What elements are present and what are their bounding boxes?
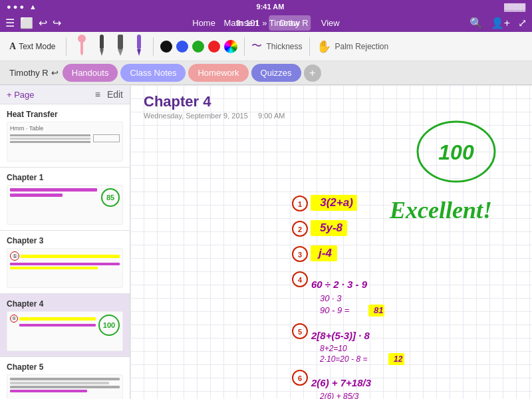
svg-text:12: 12 <box>394 354 403 364</box>
svg-rect-36 <box>388 353 404 365</box>
svg-rect-7 <box>137 35 141 49</box>
svg-rect-1 <box>80 41 83 53</box>
page-preview-heat: Hmm · Table <box>7 122 123 162</box>
user-name: Timothy R <box>9 68 49 78</box>
text-mode-section: A Text Mode <box>5 39 59 55</box>
search-button[interactable]: 🔍 <box>469 17 483 29</box>
svg-text:6: 6 <box>298 374 302 382</box>
page-title-chapter4: Chapter 4 <box>7 299 123 309</box>
title-bar: ☰ ⬜ ↩ ↪ Math 101 » Timothy R Home Insert… <box>0 13 532 32</box>
svg-text:2(6) + 85/3: 2(6) + 85/3 <box>319 392 359 399</box>
add-page-button[interactable]: + Page <box>7 90 35 100</box>
fullscreen-button[interactable]: ⤢ <box>518 17 527 29</box>
svg-marker-8 <box>137 49 141 56</box>
date-text: Wednesday, September 9, 2015 <box>144 112 248 120</box>
svg-text:1: 1 <box>298 200 302 208</box>
page-title-chapter3: Chapter 3 <box>7 236 123 245</box>
dark-pen-2[interactable] <box>113 33 128 60</box>
page-item-chapter5[interactable]: Chapter 5 <box>0 357 130 399</box>
tab-draw[interactable]: Draw <box>269 15 310 31</box>
thickness-label: Thickness <box>266 42 302 51</box>
redo-button[interactable]: ↪ <box>53 17 61 29</box>
canvas-area[interactable]: Chapter 4 Wednesday, September 9, 2015 9… <box>130 85 532 399</box>
color-black[interactable] <box>160 41 172 53</box>
sidebar-pages: Heat Transfer Hmm · Table <box>0 104 130 399</box>
page-item-chapter1[interactable]: Chapter 1 85 <box>0 168 130 231</box>
sidebar-toggle-button[interactable]: ☰ <box>5 17 15 29</box>
nav-right: 🔍 👤+ ⤢ <box>469 17 527 29</box>
svg-point-20 <box>293 247 307 261</box>
status-bar: ● ● ● ▲ 9:41 AM ▓▓▓▓ <box>0 0 532 13</box>
page-item-chapter4[interactable]: Chapter 4 ① 100 <box>0 294 130 357</box>
color-picker[interactable] <box>224 40 237 53</box>
canvas-date: Wednesday, September 9, 2015 9:00 AM <box>144 112 519 120</box>
notebook-view-button[interactable]: ⬜ <box>20 17 33 29</box>
brush-section <box>73 33 146 60</box>
user-label: Timothy R ↩ <box>5 68 63 78</box>
svg-text:90 - 9 =: 90 - 9 = <box>320 305 350 315</box>
page-preview-chapter1: 85 <box>7 185 123 225</box>
svg-rect-3 <box>100 35 104 49</box>
svg-point-38 <box>293 370 307 385</box>
text-mode-button[interactable]: A Text Mode <box>5 39 59 55</box>
svg-text:2·10=20 - 8 =: 2·10=20 - 8 = <box>319 354 367 364</box>
svg-rect-5 <box>118 35 123 49</box>
svg-point-31 <box>293 324 307 338</box>
sidebar: + Page ≡ Edit Heat Transfer Hmm · Table <box>0 85 130 399</box>
svg-text:60 ÷ 2 · 3 - 9: 60 ÷ 2 · 3 - 9 <box>311 279 368 290</box>
svg-text:2(6) + 7+18/3: 2(6) + 7+18/3 <box>311 377 372 388</box>
add-tab-button[interactable]: + <box>304 65 321 82</box>
page-title-chapter1: Chapter 1 <box>7 173 123 182</box>
svg-text:4: 4 <box>298 276 303 284</box>
divider-3 <box>244 37 245 56</box>
page-preview-chapter5 <box>7 374 123 399</box>
purple-pen[interactable] <box>132 33 146 60</box>
divider-1 <box>66 37 66 56</box>
page-title-chapter5: Chapter 5 <box>7 362 123 372</box>
palm-rejection-label: Palm Rejection <box>335 42 389 51</box>
svg-rect-14 <box>311 195 357 211</box>
svg-text:3: 3 <box>298 251 302 259</box>
page-item-heat-transfer[interactable]: Heat Transfer Hmm · Table <box>0 104 130 168</box>
tab-insert[interactable]: Insert <box>226 15 269 31</box>
color-green[interactable] <box>192 41 204 53</box>
page-preview-chapter3: ① <box>7 248 123 288</box>
canvas-title: Chapter 4 <box>144 93 519 110</box>
svg-marker-2 <box>80 53 83 56</box>
pink-brush[interactable] <box>73 33 90 60</box>
divider-4 <box>309 37 310 56</box>
tab-homework[interactable]: Homework <box>188 64 248 82</box>
tab-quizzes[interactable]: Quizzes <box>251 64 301 82</box>
dark-pen-1[interactable] <box>94 33 109 60</box>
color-blue[interactable] <box>176 41 188 53</box>
text-mode-label: Text Mode <box>19 42 55 51</box>
color-red[interactable] <box>208 41 220 53</box>
tab-home[interactable]: Home <box>182 15 226 31</box>
status-time: 9:41 AM <box>257 3 285 11</box>
svg-marker-6 <box>118 49 123 56</box>
svg-text:3(2+a): 3(2+a) <box>320 196 353 209</box>
sidebar-header: + Page ≡ Edit <box>0 85 130 104</box>
edit-button[interactable]: Edit <box>107 89 123 100</box>
svg-marker-4 <box>100 49 104 56</box>
divider-2 <box>153 37 154 56</box>
page-title-heat: Heat Transfer <box>7 110 123 119</box>
svg-point-9 <box>418 122 495 182</box>
add-user-button[interactable]: 👤+ <box>491 17 510 29</box>
page-item-chapter3[interactable]: Chapter 3 ① <box>0 231 130 294</box>
svg-point-24 <box>293 272 307 287</box>
tab-handouts[interactable]: Handouts <box>63 64 118 82</box>
svg-rect-18 <box>311 220 347 236</box>
palm-rejection-section: ✋ Palm Rejection <box>317 39 389 54</box>
svg-text:81: 81 <box>374 305 383 315</box>
text-icon: A <box>9 41 16 52</box>
tab-classnotes[interactable]: Class Notes <box>120 64 186 82</box>
undo-button[interactable]: ↩ <box>39 17 47 29</box>
status-left: ● ● ● ▲ <box>7 3 37 11</box>
list-view-button[interactable]: ≡ <box>95 89 100 100</box>
notebook-tabs: Timothy R ↩ Handouts Class Notes Homewor… <box>0 61 532 85</box>
nav-left: ☰ ⬜ ↩ ↪ <box>5 17 61 29</box>
tab-view[interactable]: View <box>311 15 350 31</box>
wavy-icon: 〜 <box>251 39 262 53</box>
svg-rect-22 <box>311 245 337 261</box>
